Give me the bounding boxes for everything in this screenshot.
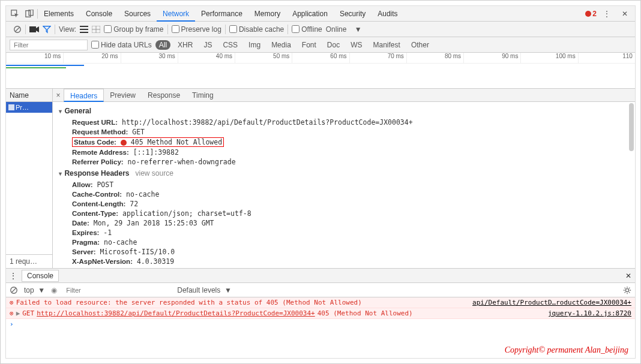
filter-js[interactable]: JS bbox=[200, 40, 215, 50]
hdr-pragma: Pragma: no-cache bbox=[58, 237, 630, 247]
tab-memory[interactable]: Memory bbox=[248, 6, 286, 22]
eye-icon[interactable]: ◉ bbox=[51, 286, 57, 294]
filter-all[interactable]: All bbox=[155, 40, 170, 50]
method-label: GET bbox=[22, 309, 34, 317]
general-section[interactable]: General bbox=[58, 104, 630, 118]
close-icon[interactable]: ✕ bbox=[618, 7, 631, 20]
console-prompt[interactable]: › bbox=[6, 319, 635, 329]
svg-rect-6 bbox=[80, 26, 88, 27]
svg-rect-7 bbox=[80, 29, 88, 30]
request-detail: × Headers Preview Response Timing Genera… bbox=[53, 89, 635, 268]
hide-data-urls-check[interactable]: Hide data URLs bbox=[91, 41, 152, 49]
devtools-tabs: Elements Console Sources Network Perform… bbox=[6, 6, 635, 22]
disable-cache-check[interactable]: Disable cache bbox=[229, 25, 284, 34]
network-toolbar: View: Group by frame Preserve log Disabl… bbox=[6, 22, 635, 37]
status-text: 405 (Method Not Allowed) bbox=[317, 309, 413, 317]
referrer-policy: Referrer Policy: no-referrer-when-downgr… bbox=[58, 157, 630, 167]
view-source-link[interactable]: view source bbox=[135, 169, 173, 178]
error-count: 2 bbox=[592, 10, 597, 18]
filter-input[interactable] bbox=[10, 40, 88, 50]
error-text: Failed to load resource: the server resp… bbox=[16, 299, 362, 306]
tab-console[interactable]: Console bbox=[80, 6, 118, 22]
filter-media[interactable]: Media bbox=[268, 40, 295, 50]
online-select[interactable]: Online ▼ bbox=[326, 25, 362, 34]
filter-other[interactable]: Other bbox=[408, 40, 433, 50]
error-source-link[interactable]: jquery-1.10.2.js:8720 bbox=[548, 309, 631, 317]
svg-line-14 bbox=[12, 288, 16, 292]
console-tab[interactable]: Console bbox=[22, 270, 59, 282]
filter-xhr[interactable]: XHR bbox=[174, 40, 196, 50]
tab-audits[interactable]: Audits bbox=[372, 6, 403, 22]
hdr-aspnet-version: X-AspNet-Version: 4.0.30319 bbox=[58, 257, 630, 266]
error-icon: ⊗ bbox=[10, 309, 14, 317]
hdr-content-type: Content-Type: application/json; charset=… bbox=[58, 209, 630, 218]
timeline[interactable]: 10 ms20 ms30 ms40 ms50 ms60 ms70 ms80 ms… bbox=[6, 53, 635, 89]
levels-select[interactable]: Default levels ▼ bbox=[177, 286, 232, 294]
console-drawer: ⋮ Console ✕ top ▼ ◉ Default levels ▼ ⊗ F… bbox=[6, 268, 635, 358]
svg-rect-1 bbox=[26, 10, 31, 17]
hdr-expires: Expires: -1 bbox=[58, 228, 630, 237]
filter-font[interactable]: Font bbox=[298, 40, 320, 50]
separator bbox=[287, 25, 288, 34]
error-icon: ⊗ bbox=[10, 299, 14, 306]
filter-ws[interactable]: WS bbox=[347, 40, 366, 50]
console-filter-input[interactable] bbox=[63, 285, 171, 295]
drawer-menu-icon[interactable]: ⋮ bbox=[10, 272, 17, 280]
view-list-icon[interactable] bbox=[80, 26, 88, 33]
kebab-icon[interactable]: ⋮ bbox=[600, 7, 613, 20]
request-row[interactable]: Pr… bbox=[6, 102, 52, 113]
timeline-ruler: 10 ms20 ms30 ms40 ms50 ms60 ms70 ms80 ms… bbox=[6, 53, 635, 64]
group-by-frame-check[interactable]: Group by frame bbox=[104, 25, 163, 34]
camera-icon[interactable] bbox=[29, 26, 39, 33]
name-header[interactable]: Name bbox=[6, 89, 52, 102]
context-select[interactable]: top ▼ bbox=[24, 286, 45, 294]
error-source-link[interactable]: api/Default/ProductD…roductCode=JX00034+ bbox=[472, 299, 631, 306]
inspect-icon[interactable] bbox=[8, 7, 22, 20]
hdr-server: Server: Microsoft-IIS/10.0 bbox=[58, 247, 630, 257]
tab-performance[interactable]: Performance bbox=[195, 6, 248, 22]
filter-icon[interactable] bbox=[43, 25, 51, 34]
hdr-allow: Allow: POST bbox=[58, 180, 630, 189]
response-headers-section[interactable]: Response Headersview source bbox=[58, 167, 630, 180]
clear-icon[interactable] bbox=[13, 25, 22, 34]
clear-console-icon[interactable] bbox=[10, 286, 18, 294]
separator bbox=[167, 25, 168, 34]
tab-preview[interactable]: Preview bbox=[104, 89, 142, 102]
tab-sources[interactable]: Sources bbox=[118, 6, 157, 22]
filter-img[interactable]: Img bbox=[245, 40, 264, 50]
error-dot-icon bbox=[585, 11, 591, 17]
headers-panel: General Request URL: http://localhost:39… bbox=[53, 102, 635, 268]
scrollbar[interactable] bbox=[629, 103, 634, 151]
expand-icon[interactable]: ▶ bbox=[16, 309, 20, 317]
svg-rect-8 bbox=[80, 32, 88, 33]
offline-check[interactable]: Offline bbox=[292, 25, 322, 34]
error-badge[interactable]: 2 bbox=[585, 10, 597, 18]
request-method: Request Method: GET bbox=[58, 127, 630, 137]
tab-security[interactable]: Security bbox=[334, 6, 372, 22]
console-error-2: ⊗ ▶ GET http://localhost:39882/api/Defau… bbox=[6, 308, 635, 319]
hdr-content-length: Content-Length: 72 bbox=[58, 199, 630, 209]
console-error-1: ⊗ Failed to load resource: the server re… bbox=[6, 297, 635, 308]
filter-doc[interactable]: Doc bbox=[324, 40, 343, 50]
view-label: View: bbox=[59, 25, 76, 34]
filter-manifest[interactable]: Manifest bbox=[370, 40, 404, 50]
drawer-close-icon[interactable]: ✕ bbox=[625, 272, 631, 280]
view-frames-icon[interactable] bbox=[92, 26, 100, 33]
svg-rect-5 bbox=[29, 26, 36, 32]
preserve-log-check[interactable]: Preserve log bbox=[172, 25, 221, 34]
hdr-date: Date: Mon, 29 Jan 2018 15:25:03 GMT bbox=[58, 218, 630, 228]
status-code: Status Code: 405 Method Not Allowed bbox=[58, 137, 630, 148]
url-link[interactable]: http://localhost:39882/api/Default/Produ… bbox=[37, 309, 315, 317]
tab-application[interactable]: Application bbox=[286, 6, 334, 22]
settings-icon[interactable] bbox=[623, 286, 631, 294]
separator bbox=[25, 25, 26, 34]
device-icon[interactable] bbox=[23, 7, 36, 20]
tab-headers[interactable]: Headers bbox=[64, 89, 104, 102]
tab-timing[interactable]: Timing bbox=[186, 89, 220, 102]
hdr-powered-by: X-Powered-By: ASP.NET bbox=[58, 266, 630, 268]
filter-css[interactable]: CSS bbox=[219, 40, 241, 50]
close-detail-icon[interactable]: × bbox=[53, 91, 64, 100]
tab-elements[interactable]: Elements bbox=[38, 6, 80, 22]
tab-response[interactable]: Response bbox=[142, 89, 186, 102]
tab-network[interactable]: Network bbox=[157, 6, 195, 22]
